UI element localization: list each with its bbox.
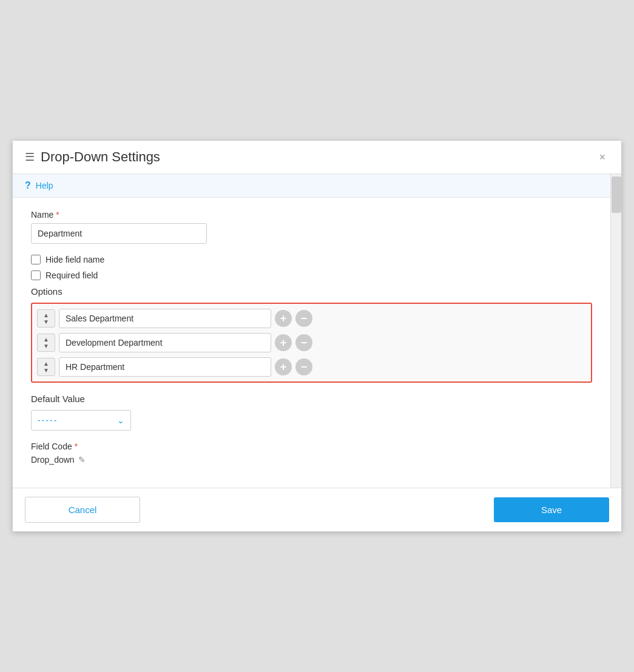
remove-option-button-2[interactable]: − — [295, 334, 312, 351]
hide-field-name-label: Hide field name — [46, 255, 104, 264]
options-group: Options ▲ ▼ + − — [31, 286, 592, 383]
dialog-header: ☰ Drop-Down Settings × — [13, 141, 621, 174]
sort-up-icon: ▲ — [43, 312, 49, 318]
help-link[interactable]: Help — [36, 181, 53, 190]
add-option-button-1[interactable]: + — [275, 310, 292, 327]
name-required-star: * — [56, 210, 59, 220]
sort-up-icon: ▲ — [43, 337, 49, 343]
sort-down-icon: ▼ — [43, 368, 49, 374]
field-code-section: Field Code * Drop_down ✎ — [31, 442, 592, 465]
required-field-row: Required field — [31, 270, 592, 280]
scrollable-area: ? Help Name * Hide field name — [13, 174, 621, 488]
dialog: ☰ Drop-Down Settings × ? Help Name * — [12, 140, 622, 532]
add-option-button-2[interactable]: + — [275, 334, 292, 351]
sort-button-1[interactable]: ▲ ▼ — [37, 309, 55, 328]
default-value-dropdown[interactable]: ----- ⌄ — [31, 410, 131, 431]
sort-button-3[interactable]: ▲ ▼ — [37, 358, 55, 376]
name-label: Name * — [31, 210, 592, 220]
default-value-placeholder: ----- — [38, 415, 112, 425]
add-option-button-3[interactable]: + — [275, 358, 292, 375]
field-code-value-row: Drop_down ✎ — [31, 455, 592, 465]
close-button[interactable]: × — [595, 150, 609, 165]
sort-down-icon: ▼ — [43, 343, 49, 349]
form-area: Name * Hide field name Required field — [13, 198, 610, 488]
options-box: ▲ ▼ + − ▲ ▼ — [31, 303, 592, 383]
field-code-label: Field Code * — [31, 442, 592, 451]
help-icon: ? — [25, 180, 31, 191]
field-code-required-star: * — [75, 442, 78, 451]
hide-field-name-checkbox[interactable] — [31, 255, 41, 264]
option-input-1[interactable] — [59, 309, 271, 328]
chevron-down-icon: ⌄ — [117, 415, 124, 425]
dialog-body: ? Help Name * Hide field name — [13, 174, 610, 488]
hide-field-name-row: Hide field name — [31, 255, 592, 264]
scrollbar-track[interactable] — [610, 174, 621, 488]
default-value-section: Default Value ----- ⌄ — [31, 394, 592, 431]
option-row-3: ▲ ▼ + − — [37, 357, 586, 377]
option-input-3[interactable] — [59, 357, 271, 377]
option-input-2[interactable] — [59, 333, 271, 352]
cancel-button[interactable]: Cancel — [25, 497, 140, 523]
dropdown-settings-icon: ☰ — [25, 150, 35, 164]
options-label: Options — [31, 286, 592, 297]
name-field-group: Name * — [31, 210, 592, 244]
default-value-label: Default Value — [31, 394, 592, 404]
edit-field-code-icon[interactable]: ✎ — [78, 455, 86, 465]
sort-button-2[interactable]: ▲ ▼ — [37, 334, 55, 352]
help-bar: ? Help — [13, 174, 610, 198]
name-input[interactable] — [31, 223, 207, 244]
save-button[interactable]: Save — [494, 497, 609, 522]
dialog-footer: Cancel Save — [13, 488, 621, 531]
dialog-title: Drop-Down Settings — [41, 149, 595, 165]
remove-option-button-1[interactable]: − — [295, 310, 312, 327]
sort-up-icon: ▲ — [43, 361, 49, 367]
remove-option-button-3[interactable]: − — [295, 358, 312, 375]
field-code-text: Drop_down — [31, 455, 75, 465]
option-row-1: ▲ ▼ + − — [37, 309, 586, 328]
scrollbar-thumb[interactable] — [612, 176, 621, 213]
sort-down-icon: ▼ — [43, 319, 49, 325]
required-field-label: Required field — [46, 270, 98, 280]
option-row-2: ▲ ▼ + − — [37, 333, 586, 352]
required-field-checkbox[interactable] — [31, 270, 41, 280]
